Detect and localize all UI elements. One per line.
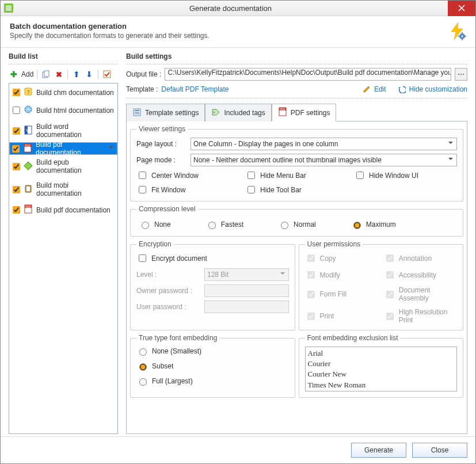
toolbar-separator (67, 70, 68, 79)
add-button[interactable]: ✚ (9, 69, 19, 79)
encrypt-document-checkbox[interactable] (139, 254, 146, 262)
svg-rect-27 (135, 112, 139, 113)
duplicate-button[interactable] (41, 69, 51, 79)
build-list-item[interactable]: ?Build chm documentation (9, 83, 117, 101)
build-item-label: Build epub documentation (36, 158, 114, 174)
font-exclusion-list[interactable]: ArialCourierCourier NewTimes New Roman (305, 347, 458, 391)
svg-rect-3 (462, 32, 463, 34)
viewer-settings-legend: Viewer settings (136, 125, 188, 133)
delete-button[interactable]: ✖ (54, 69, 64, 79)
compression-label: Normal (294, 220, 316, 229)
svg-point-29 (214, 111, 215, 112)
tab-pdf-settings[interactable]: PDFPDF settings (272, 104, 337, 121)
font-exclusion-item[interactable]: Arial (308, 348, 455, 359)
user-password-input (204, 301, 289, 313)
font-exclusion-item[interactable]: Courier (308, 359, 455, 369)
output-file-input[interactable]: C:\Users\KellyFitzpatrick\Documents\Help… (165, 68, 451, 81)
build-item-checkbox[interactable] (13, 89, 20, 96)
build-item-checkbox[interactable] (13, 127, 20, 135)
titlebar: Generate documentation (1, 1, 475, 16)
permission-checkbox (307, 313, 315, 320)
build-item-checkbox[interactable] (13, 206, 20, 214)
compression-option[interactable]: Fastest (205, 220, 243, 229)
footer: Generate Close (1, 436, 475, 463)
page-mode-select[interactable]: None - Neither document outline not thum… (191, 154, 457, 166)
tags-icon (211, 108, 220, 119)
compression-option[interactable]: Maximum (351, 220, 396, 229)
tab-included-tags[interactable]: Included tags (205, 104, 271, 121)
build-list-item[interactable]: Build mobi documentation (9, 178, 117, 201)
check-all-button[interactable] (102, 69, 112, 79)
edit-link[interactable]: Edit (374, 85, 386, 93)
permission-label: Document Assembly (399, 286, 457, 302)
compression-option[interactable]: Normal (278, 220, 316, 229)
compression-radio[interactable] (281, 222, 288, 229)
generate-button[interactable]: Generate (351, 443, 406, 458)
font-exclusion-group: Font embedding exclusion list ArialCouri… (299, 334, 464, 398)
viewer-settings-group: Viewer settings Page layout : One Column… (130, 125, 463, 201)
font-exclusion-legend: Font embedding exclusion list (305, 334, 401, 342)
build-settings-panel: Build settings Output file : C:\Users\Ke… (126, 52, 467, 434)
compression-radio[interactable] (353, 222, 361, 229)
pdf-icon: PDF (278, 107, 287, 118)
hide-customization-link[interactable]: Hide customization (409, 85, 467, 93)
banner-sub: Specify the documentation formats to gen… (10, 32, 448, 40)
move-down-button[interactable]: ⬇ (84, 69, 94, 79)
font-embed-option[interactable]: Full (Largest) (136, 376, 289, 386)
viewer-check[interactable]: Center Window (136, 170, 239, 181)
font-exclusion-item[interactable]: Times New Roman (308, 380, 455, 390)
add-label[interactable]: Add (21, 70, 33, 78)
viewer-check[interactable]: Hide Window UI (354, 170, 457, 181)
build-list-item[interactable]: WBuild word documentation (9, 119, 117, 142)
build-list[interactable]: ?Build chm documentationBuild html docum… (9, 83, 118, 434)
permission-checkbox (307, 271, 315, 279)
browse-button[interactable]: ⋯ (455, 68, 467, 81)
close-button[interactable]: Close (412, 443, 467, 458)
template-name-link[interactable]: Default PDF Template (161, 85, 229, 93)
build-item-label: Build word documentation (36, 123, 114, 139)
viewer-check[interactable]: Hide Menu Bar (245, 170, 348, 181)
font-embed-radio[interactable] (139, 378, 147, 386)
window-close-button[interactable] (448, 1, 475, 16)
viewer-check[interactable]: Fit Window (136, 184, 239, 195)
permission-item: Modify (305, 269, 378, 280)
build-list-item[interactable]: Build html documentation (9, 101, 117, 119)
page-layout-select[interactable]: One Column - Display the pages in one co… (191, 138, 457, 150)
compression-radio[interactable] (142, 222, 149, 229)
viewer-check-label: Hide Window UI (369, 172, 418, 180)
build-item-checkbox[interactable] (13, 186, 20, 193)
mobi-icon (24, 184, 33, 195)
compression-radio[interactable] (208, 222, 216, 229)
move-up-button[interactable]: ⬆ (71, 69, 82, 79)
font-embed-option[interactable]: None (Smallest) (136, 347, 289, 356)
tab-label: Template settings (145, 109, 199, 117)
build-list-item[interactable]: Build epub documentation (9, 155, 117, 178)
tab-label: Included tags (224, 109, 265, 117)
build-item-checkbox[interactable] (13, 107, 20, 114)
build-list-item[interactable]: PDFBuild pdf documentation (9, 142, 117, 155)
page-layout-label: Page layout : (136, 140, 186, 148)
enc-level-label: Level : (136, 271, 200, 279)
template-label: Template : (126, 85, 158, 93)
build-item-label: Build pdf documentation (36, 206, 111, 214)
viewer-check-box[interactable] (356, 172, 364, 179)
build-list-item[interactable]: PDFBuild pdf documentation (9, 201, 117, 219)
viewer-check-box[interactable] (247, 186, 255, 193)
font-embed-radio[interactable] (139, 363, 147, 371)
viewer-check-box[interactable] (139, 172, 146, 179)
pdf-icon: PDF (23, 143, 32, 154)
tab-template-settings[interactable]: Template settings (126, 104, 205, 121)
font-embed-radio[interactable] (139, 348, 147, 356)
compression-option[interactable]: None (139, 220, 171, 229)
owner-password-input (204, 284, 289, 297)
compression-label: Maximum (366, 220, 396, 229)
build-list-panel: Build list ✚ Add ✖ ⬆ ⬇ ?Build chm docume… (9, 52, 118, 434)
build-item-checkbox[interactable] (13, 163, 20, 170)
viewer-check[interactable]: Hide Tool Bar (245, 184, 348, 195)
viewer-check-box[interactable] (139, 186, 146, 193)
font-exclusion-item[interactable]: Courier New (308, 369, 455, 379)
permission-item: Form Fill (305, 286, 378, 302)
font-embed-option[interactable]: Subset (136, 362, 289, 371)
build-item-checkbox[interactable] (12, 145, 20, 153)
viewer-check-box[interactable] (247, 172, 255, 179)
